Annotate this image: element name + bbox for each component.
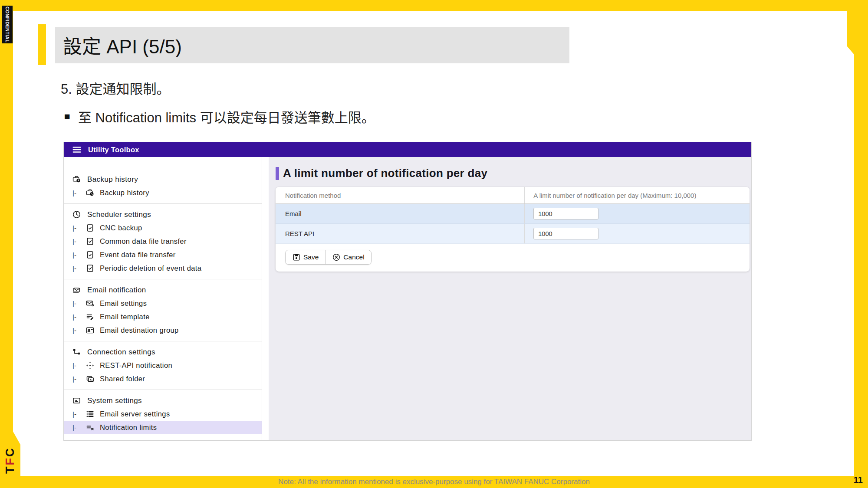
mail-stack-icon [71, 285, 82, 295]
column-header-method: Notification method [276, 187, 524, 203]
utility-toolbox-app-screenshot: Utility Toolbox Backup history|-Backup h… [63, 142, 752, 441]
document-check-icon [84, 237, 95, 246]
main-heading: A limit number of notification per day [276, 167, 750, 180]
sidebar-item-email-destination-group[interactable]: |-Email destination group [64, 324, 262, 337]
sidebar-item-label: Periodic deletion of event data [100, 264, 201, 272]
limit-input-rest-api[interactable] [533, 228, 598, 239]
button-label: Cancel [343, 253, 364, 261]
slide: CONFIDENTIAL 設定 API (5/5) 5. 設定通知限制。 ■ 至… [0, 0, 868, 488]
tree-branch-prefix: |- [72, 410, 80, 418]
sidebar-item-label: Backup history [100, 189, 149, 197]
sidebar-section-label: Scheduler settings [87, 210, 151, 219]
cancel-button[interactable]: Cancel [325, 250, 371, 264]
tree-branch-prefix: |- [72, 251, 80, 259]
sidebar-item-email-settings[interactable]: |-Email settings [64, 297, 262, 310]
tree-branch-prefix: |- [72, 424, 80, 431]
sidebar-section-scheduler-settings[interactable]: Scheduler settings [64, 208, 262, 221]
briefcase-clock-icon [71, 175, 82, 184]
sidebar-item-common-data-file-transfer[interactable]: |-Common data file transfer [64, 235, 262, 248]
sidebar-item-cnc-backup[interactable]: |-CNC backup [64, 221, 262, 235]
sidebar-nav: Backup history|-Backup historyScheduler … [64, 157, 262, 440]
tfc-logo: TFC [3, 447, 17, 474]
sidebar-item-label: Notification limits [100, 423, 157, 432]
document-check-icon [84, 223, 95, 233]
frame-left-bar [0, 0, 13, 488]
notification-method-label: Email [285, 210, 302, 217]
main-panel: A limit number of notification per day N… [269, 157, 751, 440]
tree-branch-prefix: |- [72, 300, 80, 307]
button-label: Save [303, 253, 319, 261]
tfc-letter-f: F [3, 457, 16, 465]
sidebar-main-gap [262, 157, 269, 440]
sidebar-section-system-settings[interactable]: System settings [64, 394, 262, 407]
tree-branch-prefix: |- [72, 189, 80, 197]
sidebar-section-label: Email notification [87, 286, 146, 295]
sidebar-item-notification-limits[interactable]: |-Notification limits [64, 421, 262, 434]
hamburger-icon[interactable] [72, 145, 82, 154]
frame-corner-top-right [847, 0, 868, 55]
text-clear-icon [84, 423, 95, 432]
sidebar-divider [64, 390, 262, 390]
sidebar-item-label: Shared folder [100, 375, 145, 383]
sidebar-item-label: REST-API notification [100, 361, 172, 370]
tree-branch-prefix: |- [72, 265, 80, 272]
bullet-text: 至 Notification limits 可以設定每日發送筆數上限。 [78, 107, 375, 126]
share-nodes-icon [71, 347, 82, 357]
sidebar-section-email-notification[interactable]: Email notification [64, 283, 262, 297]
page-title: 設定 API (5/5) [63, 31, 182, 59]
sidebar-section-connection-settings[interactable]: Connection settings [64, 345, 262, 359]
save-icon [292, 253, 301, 262]
sidebar-item-label: Event data file transfer [100, 251, 176, 259]
column-header-label: Notification method [285, 192, 341, 199]
confidential-badge: CONFIDENTIAL [2, 6, 13, 43]
limits-card: Notification method A limit number of no… [276, 187, 750, 272]
tree-branch-prefix: |- [72, 362, 80, 369]
briefcase-clock-icon [84, 188, 95, 197]
sidebar-item-label: Email server settings [100, 410, 170, 418]
sidebar-item-label: Email destination group [100, 326, 179, 334]
limits-table-body: EmailREST API [276, 204, 750, 244]
sidebar-item-periodic-deletion-of-event-data[interactable]: |-Periodic deletion of event data [64, 262, 262, 275]
heading-accent-bar [276, 167, 279, 180]
image-icon [71, 396, 82, 405]
step-text: 5. 設定通知限制。 [61, 78, 170, 98]
tree-branch-prefix: |- [72, 327, 80, 334]
limit-input-email[interactable] [533, 208, 598, 219]
tree-branch-prefix: |- [72, 375, 80, 383]
sidebar-item-shared-folder[interactable]: |-Shared folder [64, 372, 262, 386]
footer-note: Note: All the information mentioned is e… [0, 476, 868, 488]
server-list-icon [84, 409, 95, 419]
document-check-icon [84, 264, 95, 273]
sidebar-item-rest-api-notification[interactable]: |-REST-API notification [64, 359, 262, 372]
sidebar-section-backup-history[interactable]: Backup history [64, 173, 262, 186]
page-number: 11 [854, 475, 863, 485]
sidebar-item-label: Email template [100, 313, 150, 321]
contact-card-icon [84, 326, 95, 335]
table-row-rest-api: REST API [276, 224, 750, 244]
clock-icon [71, 210, 82, 219]
app-title: Utility Toolbox [88, 146, 139, 154]
sidebar-item-backup-history[interactable]: |-Backup history [64, 186, 262, 200]
sidebar-divider [64, 279, 262, 279]
bullet-line: ■ 至 Notification limits 可以設定每日發送筆數上限。 [64, 107, 375, 126]
table-row-email: Email [276, 204, 750, 224]
sidebar-item-event-data-file-transfer[interactable]: |-Event data file transfer [64, 248, 262, 262]
tree-branch-prefix: |- [72, 224, 80, 232]
app-body: Backup history|-Backup historyScheduler … [64, 157, 751, 440]
sidebar-item-email-server-settings[interactable]: |-Email server settings [64, 407, 262, 421]
mail-arrow-icon [84, 299, 95, 308]
sidebar-item-label: Email settings [100, 299, 147, 308]
heading-text: A limit number of notification per day [283, 167, 487, 180]
sidebar-item-email-template[interactable]: |-Email template [64, 310, 262, 324]
title-banner: 設定 API (5/5) [55, 27, 569, 63]
save-button[interactable]: Save [286, 250, 325, 264]
tfc-letter-t: T [3, 465, 16, 474]
action-buttons: SaveCancel [285, 250, 372, 265]
tree-branch-prefix: |- [72, 313, 80, 321]
sidebar-section-label: System settings [87, 396, 142, 405]
arrows-move-icon [84, 361, 95, 370]
document-check-icon [84, 250, 95, 259]
sidebar-divider [64, 341, 262, 341]
notification-method-label: REST API [285, 230, 314, 237]
sidebar-divider [64, 203, 262, 204]
